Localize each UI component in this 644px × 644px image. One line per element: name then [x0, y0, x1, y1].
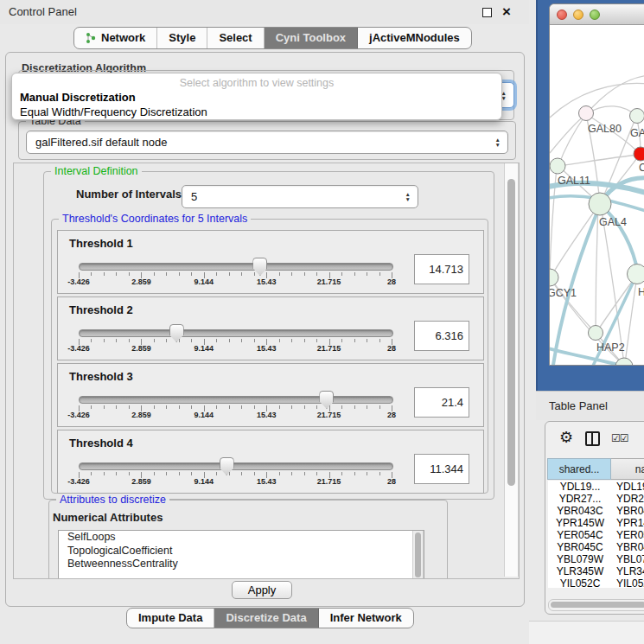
cell-name: YLR345W: [612, 565, 644, 577]
table-data-combobox[interactable]: galFiltered.sif default node ▲▼: [26, 131, 508, 154]
table-row[interactable]: YPR145WYPR145W: [548, 517, 644, 529]
network-edge[interactable]: [596, 206, 598, 332]
threshold-slider-thumb[interactable]: [220, 457, 234, 475]
network-node-gal80[interactable]: [579, 106, 594, 121]
cell-name: YER054C: [612, 529, 644, 541]
network-edge[interactable]: [558, 155, 639, 166]
tab-impute-data[interactable]: Impute Data: [127, 609, 214, 628]
slider-tick: [154, 472, 155, 475]
dropdown-item-manual-discretization[interactable]: Manual Discretization: [20, 91, 136, 104]
cell-name: YBR043C: [612, 505, 644, 517]
network-window[interactable]: GAL80GACGAL11GAL4GCY1HHAP2: [549, 3, 644, 366]
attributes-list-scrollbar-thumb[interactable]: [415, 532, 421, 577]
network-node-label: GCY1: [550, 287, 577, 299]
control-panel-titlebar: Control Panel ×: [0, 0, 529, 24]
column-header-name[interactable]: na: [611, 458, 644, 480]
slider-tick: [91, 472, 92, 475]
threshold-slider-track[interactable]: [79, 329, 393, 337]
threshold-slider-thumb[interactable]: [252, 258, 267, 276]
slider-tick: [367, 405, 367, 409]
network-edge-highlighted[interactable]: [553, 206, 600, 365]
network-node-gal11[interactable]: [550, 158, 565, 174]
table-row[interactable]: YIL052CYIL052C: [548, 577, 644, 588]
table-row[interactable]: YLR345WYLR345W: [548, 565, 644, 577]
network-edge[interactable]: [552, 205, 599, 276]
number-of-intervals-spinner[interactable]: 5 ▲▼: [182, 185, 418, 208]
slider-tick: [129, 339, 130, 342]
network-icon: [86, 32, 96, 44]
cell-shared-name: YLR345W: [548, 565, 612, 577]
attribute-item-topologicalcoefficient[interactable]: TopologicalCoefficient: [59, 545, 424, 558]
close-window-icon[interactable]: [557, 10, 567, 20]
attributes-list-scrollbar[interactable]: [412, 531, 424, 579]
table-row[interactable]: YDR27...YDR27...: [548, 493, 644, 505]
tab-style[interactable]: Style: [157, 28, 207, 48]
network-node-label: HAP2: [596, 341, 625, 354]
settings-scrollbar[interactable]: [504, 163, 519, 577]
minimize-window-icon[interactable]: [573, 10, 583, 20]
slider-tick: [166, 472, 167, 475]
table-row[interactable]: YDL19...YDL19...: [548, 481, 644, 493]
table-row[interactable]: YBL079WYBL079W: [548, 553, 644, 565]
threshold-panel-3: Threshold 3-3.4262.8599.14415.4321.71528…: [57, 363, 484, 427]
tab-select[interactable]: Select: [207, 28, 264, 48]
tab-cyni-toolbox[interactable]: Cyni Toolbox: [265, 28, 358, 48]
network-edge[interactable]: [550, 83, 644, 118]
tab-network[interactable]: Network: [74, 28, 157, 48]
slider-tick: [179, 472, 180, 475]
settings-scrollbar-thumb[interactable]: [507, 179, 515, 486]
cell-name: YBL079W: [612, 553, 644, 565]
zoom-window-icon[interactable]: [590, 10, 600, 20]
slider-tick: [241, 405, 242, 409]
slider-tick: [341, 272, 342, 276]
network-edge[interactable]: [550, 115, 585, 153]
tab-discretize-data[interactable]: Discretize Data: [214, 609, 318, 628]
network-node-ga[interactable]: [630, 109, 644, 124]
threshold-value-field[interactable]: 6.316: [414, 321, 469, 351]
columns-icon[interactable]: [585, 431, 600, 446]
slider-tick: [179, 272, 180, 276]
table-row[interactable]: YBR045CYBR045C: [548, 541, 644, 553]
threshold-value-field[interactable]: 21.4: [414, 387, 469, 418]
slider-tick: [116, 339, 117, 342]
cell-shared-name: YER054C: [548, 529, 612, 541]
network-edge[interactable]: [558, 114, 586, 166]
attribute-item-betweennesscentrality[interactable]: BetweennessCentrality: [59, 558, 424, 571]
network-node-c[interactable]: [634, 147, 644, 161]
network-canvas[interactable]: GAL80GACGAL11GAL4GCY1HHAP2: [550, 25, 644, 365]
threshold-slider-track[interactable]: [79, 462, 393, 470]
network-node-gcy1[interactable]: [550, 269, 558, 286]
slider-tick: [191, 272, 192, 276]
threshold-slider-track[interactable]: [79, 263, 393, 271]
dropdown-item-equal-width-frequency[interactable]: Equal Width/Frequency Discretization: [20, 105, 207, 118]
slider-tick-label: 15.43: [257, 277, 277, 286]
slider-tick: [341, 405, 342, 409]
number-of-intervals-value: 5: [182, 190, 405, 203]
float-window-icon[interactable]: [482, 8, 492, 17]
threshold-slider-thumb[interactable]: [319, 391, 334, 409]
table-hscrollbar[interactable]: [548, 599, 644, 611]
slider-tick: [229, 472, 230, 475]
network-node-gal4[interactable]: [589, 193, 611, 215]
table-hscrollbar-thumb[interactable]: [551, 602, 644, 608]
gear-icon[interactable]: ⚙: [559, 428, 573, 447]
slider-tick: [279, 472, 280, 475]
apply-button[interactable]: Apply: [232, 581, 292, 599]
network-node-h[interactable]: [628, 265, 644, 284]
close-panel-icon[interactable]: ×: [502, 3, 511, 22]
table-row[interactable]: YER054CYER054C: [548, 529, 644, 541]
network-node-hap2[interactable]: [589, 326, 603, 341]
column-header-shared-name[interactable]: shared...: [547, 458, 611, 480]
threshold-value-field[interactable]: 11.344: [414, 454, 469, 484]
tab-infer-network[interactable]: Infer Network: [319, 609, 413, 628]
tab-jactivemnodules[interactable]: jActiveMNodules: [358, 28, 471, 48]
network-node-label: H: [638, 286, 644, 298]
threshold-slider-track[interactable]: [79, 396, 393, 404]
threshold-value-field[interactable]: 14.713: [414, 254, 469, 284]
slider-tick: [116, 472, 117, 475]
select-all-checkboxes-icon[interactable]: ☑☑: [611, 432, 628, 444]
threshold-slider-thumb[interactable]: [169, 324, 184, 342]
attribute-item-selfloops[interactable]: SelfLoops: [59, 531, 424, 545]
table-row[interactable]: YBR043CYBR043C: [548, 505, 644, 517]
table-panel-titlebar: Table Panel: [536, 391, 644, 420]
